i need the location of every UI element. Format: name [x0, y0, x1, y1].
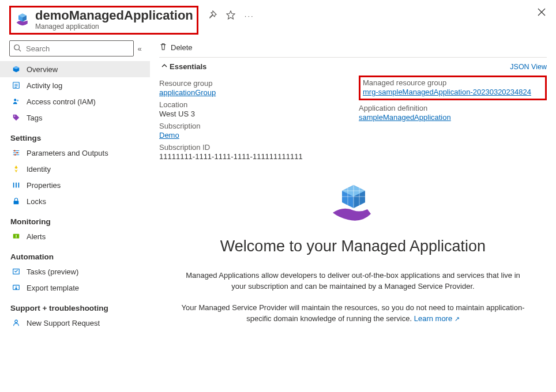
resource-group-link[interactable]: applicationGroup	[159, 88, 216, 97]
identity-icon	[12, 164, 21, 174]
sidebar-item-export-template[interactable]: Export template	[0, 280, 150, 296]
page-subtitle: Managed application	[35, 22, 193, 31]
svg-point-7	[14, 154, 16, 156]
close-icon[interactable]	[538, 8, 547, 17]
alerts-icon	[12, 232, 21, 241]
essentials-col-left: Resource group applicationGroup Location…	[159, 76, 347, 161]
activity-log-icon	[12, 81, 21, 90]
sidebar-item-label: Identity	[27, 165, 51, 174]
sidebar-item-parameters-outputs[interactable]: Parameters and Outputs	[0, 145, 150, 161]
sidebar: « Overview Activity log Access control (…	[0, 38, 150, 346]
delete-icon	[159, 43, 167, 52]
svg-point-10	[16, 237, 16, 238]
page-header: demoManagedApplication Managed applicati…	[0, 0, 556, 38]
main-content: Delete Essentials JSON View Resource gro…	[150, 38, 556, 346]
sidebar-item-alerts[interactable]: Alerts	[0, 228, 150, 244]
sidebar-item-label: Tags	[27, 114, 42, 122]
more-icon[interactable]: ···	[245, 12, 254, 20]
welcome-p1: Managed Applications allow developers to…	[180, 270, 526, 292]
sidebar-item-label: Properties	[27, 181, 61, 190]
locks-icon	[12, 197, 21, 206]
sidebar-item-label: New Support Request	[27, 319, 100, 327]
welcome-heading: Welcome to your Managed Application	[165, 238, 541, 255]
properties-icon	[12, 180, 21, 190]
welcome-section: Welcome to your Managed Application Mana…	[159, 184, 547, 324]
sidebar-item-locks[interactable]: Locks	[0, 193, 150, 209]
svg-point-4	[14, 116, 16, 117]
sidebar-item-activity-log[interactable]: Activity log	[0, 77, 150, 93]
sidebar-group-automation: Automation	[0, 244, 150, 263]
learn-more-label: Learn more	[414, 314, 452, 323]
sidebar-item-new-support[interactable]: New Support Request	[0, 315, 150, 331]
sidebar-item-label: Export template	[27, 284, 79, 292]
subscription-id-value: 11111111-1111-1111-1111-111111111111	[159, 152, 347, 161]
location-label: Location	[159, 100, 347, 109]
managed-app-icon	[14, 12, 31, 28]
title-highlight: demoManagedApplication Managed applicati…	[9, 6, 198, 35]
iam-icon	[12, 97, 21, 106]
sidebar-item-label: Locks	[27, 197, 46, 206]
svg-point-6	[16, 152, 18, 154]
sidebar-item-tasks[interactable]: Tasks (preview)	[0, 263, 150, 280]
search-icon	[13, 44, 21, 54]
sidebar-item-tags[interactable]: Tags	[0, 110, 150, 126]
subscription-link[interactable]: Demo	[159, 131, 179, 140]
resource-group-label: Resource group	[159, 79, 347, 88]
managed-rg-label: Managed resource group	[363, 78, 543, 87]
sidebar-item-label: Alerts	[27, 232, 46, 241]
essentials-header: Essentials JSON View	[159, 57, 547, 72]
svg-point-0	[14, 44, 20, 50]
essentials-label: Essentials	[170, 62, 206, 71]
page-title: demoManagedApplication	[35, 9, 193, 22]
essentials-col-right: Managed resource group mrg-sampleManaged…	[359, 76, 547, 161]
app-definition-label: Application definition	[359, 104, 547, 112]
collapse-sidebar-icon[interactable]: «	[134, 44, 145, 53]
search-input[interactable]	[25, 44, 130, 54]
export-template-icon	[12, 283, 21, 292]
svg-rect-8	[14, 201, 19, 204]
parameters-icon	[12, 148, 21, 157]
app-definition-link[interactable]: sampleManagedApplication	[359, 113, 451, 122]
svg-point-2	[14, 99, 16, 101]
header-actions: ···	[208, 10, 254, 21]
sidebar-item-label: Tasks (preview)	[27, 267, 78, 276]
pin-icon[interactable]	[208, 10, 217, 21]
sidebar-group-monitoring: Monitoring	[0, 209, 150, 228]
external-link-icon: ↗	[454, 315, 460, 322]
sidebar-group-support: Support + troubleshooting	[0, 296, 150, 315]
json-view-link[interactable]: JSON View	[510, 63, 547, 71]
learn-more-link[interactable]: Learn more ↗	[414, 314, 460, 323]
search-box[interactable]	[9, 40, 134, 56]
essentials-grid: Resource group applicationGroup Location…	[159, 72, 547, 161]
star-icon[interactable]	[226, 10, 235, 21]
sidebar-group-settings: Settings	[0, 126, 150, 145]
overview-icon	[12, 65, 21, 74]
delete-button[interactable]: Delete	[159, 40, 547, 57]
delete-label: Delete	[171, 43, 193, 52]
sidebar-item-overview[interactable]: Overview	[0, 61, 150, 77]
welcome-p2-text: Your Managed Service Provider will maint…	[182, 303, 525, 323]
subscription-label: Subscription	[159, 122, 347, 130]
svg-point-5	[14, 150, 16, 152]
subscription-id-label: Subscription ID	[159, 143, 347, 152]
support-icon	[12, 318, 21, 327]
welcome-icon	[165, 184, 541, 227]
managed-rg-link[interactable]: mrg-sampleManagedApplication-20230320234…	[363, 88, 531, 96]
sidebar-item-identity[interactable]: Identity	[0, 161, 150, 177]
tags-icon	[12, 113, 21, 122]
sidebar-item-label: Parameters and Outputs	[27, 149, 108, 157]
sidebar-item-label: Overview	[27, 65, 58, 74]
collapse-essentials-icon[interactable]	[159, 62, 170, 71]
tasks-icon	[12, 267, 21, 276]
sidebar-item-label: Access control (IAM)	[27, 97, 96, 106]
location-value: West US 3	[159, 110, 347, 118]
sidebar-item-iam[interactable]: Access control (IAM)	[0, 93, 150, 110]
welcome-p2: Your Managed Service Provider will maint…	[180, 303, 526, 325]
svg-point-13	[15, 320, 17, 322]
sidebar-item-properties[interactable]: Properties	[0, 177, 150, 193]
managed-resource-group-highlight: Managed resource group mrg-sampleManaged…	[359, 76, 547, 100]
sidebar-item-label: Activity log	[27, 81, 62, 90]
svg-point-3	[17, 100, 18, 101]
